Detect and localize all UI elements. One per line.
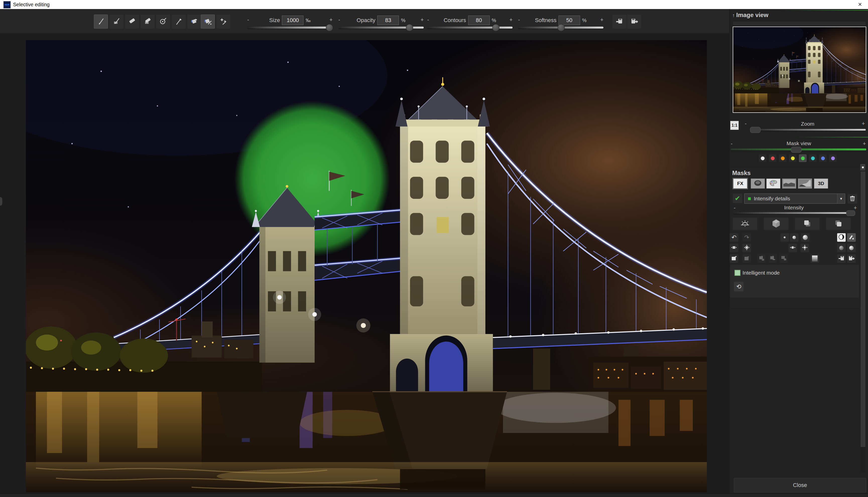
opacity-slider-thumb[interactable]: [406, 24, 413, 31]
mask-color-green[interactable]: [799, 155, 807, 162]
save-mask-button[interactable]: [847, 254, 856, 263]
grow-mask-icon: [789, 244, 796, 252]
mask-color-teal[interactable]: [809, 155, 816, 162]
scrollbar-up-button[interactable]: [860, 164, 865, 171]
contours-plus[interactable]: +: [509, 17, 512, 23]
brush-size-small-button[interactable]: [781, 233, 789, 242]
mask-tab-fx[interactable]: FX: [733, 179, 747, 188]
shrink-mask-vertical-button[interactable]: [743, 244, 751, 252]
mask-tab-palette[interactable]: [766, 179, 781, 188]
cube-target-button[interactable]: [764, 218, 788, 230]
copy-mask-variant-4-button[interactable]: [768, 254, 777, 263]
smart-eraser-tool-button[interactable]: [140, 15, 155, 29]
size-slider-thumb[interactable]: [326, 24, 333, 31]
size-slider-track[interactable]: [247, 27, 333, 29]
load-mask-button[interactable]: [837, 254, 846, 263]
softness-slider-thumb[interactable]: [557, 24, 565, 31]
load-mask-toolbar-button[interactable]: [612, 15, 626, 29]
shrink-mask-alt-icon: [744, 244, 750, 252]
magic-eraser-tool-button[interactable]: [216, 15, 231, 29]
undo-button[interactable]: ↶: [730, 233, 738, 242]
mask-paint-mode-button[interactable]: [847, 233, 856, 242]
editing-canvas[interactable]: [26, 40, 707, 492]
zoom-plus[interactable]: +: [862, 120, 865, 127]
mask-tab-lens[interactable]: [751, 179, 765, 188]
navigator-thumbnail[interactable]: [733, 27, 866, 113]
brush-size-large-button[interactable]: [801, 233, 810, 242]
redo-button[interactable]: ↷: [743, 233, 751, 242]
window-close-icon[interactable]: ×: [855, 0, 865, 9]
opacity-plus[interactable]: +: [421, 17, 424, 23]
zoom-slider-thumb[interactable]: [750, 127, 760, 133]
zoom-1to1-button[interactable]: 1:1: [730, 121, 739, 130]
size-plus[interactable]: +: [329, 17, 333, 23]
softness-value[interactable]: 50: [559, 16, 580, 25]
shrink-mask-button[interactable]: [730, 244, 738, 252]
eyedropper-tool-button[interactable]: [172, 15, 186, 29]
save-mask-toolbar-button[interactable]: [627, 15, 641, 29]
mask-color-orange[interactable]: [779, 155, 786, 162]
intensity-slider-thumb[interactable]: [846, 210, 855, 216]
soften-mask-button[interactable]: [837, 244, 846, 252]
eraser-tool-button[interactable]: [125, 15, 139, 29]
yellow-dot-icon: [791, 156, 795, 160]
relight-target-button[interactable]: [733, 218, 757, 230]
left-panel-handle[interactable]: [0, 197, 2, 205]
mask-color-yellow[interactable]: [789, 155, 797, 162]
refresh-button[interactable]: ⟲: [734, 282, 744, 292]
masks-scrollbar[interactable]: [860, 164, 865, 472]
mask-preset-dropdown[interactable]: Intensify details ▼: [744, 194, 845, 204]
mask-color-blue[interactable]: [819, 155, 827, 162]
mask-tab-landscape[interactable]: [782, 179, 796, 188]
mask-color-purple[interactable]: [829, 155, 837, 162]
copy-mask-variant-3-button[interactable]: [757, 254, 766, 263]
mask-color-red[interactable]: [769, 155, 776, 162]
app-window: HDR Selective editing ×: [0, 0, 868, 497]
brush-tool-button[interactable]: [94, 15, 108, 29]
mask-tab-3d[interactable]: 3D: [814, 179, 828, 188]
mask-view-slider-thumb[interactable]: [791, 147, 801, 153]
round-brush-tool-button[interactable]: [156, 15, 170, 29]
size-slider-group: - Size 1000 ‰ +: [247, 9, 333, 33]
brush-icon: [96, 16, 106, 27]
mask-enabled-check-button[interactable]: ✔: [733, 194, 742, 203]
size-unit: ‰: [305, 17, 311, 23]
zoom-slider-track[interactable]: [749, 129, 866, 131]
opacity-value[interactable]: 83: [377, 16, 399, 25]
dropdown-arrow-icon[interactable]: ▼: [837, 194, 845, 203]
mask-tab-curves[interactable]: [798, 179, 812, 188]
brush-size-medium-button[interactable]: [790, 233, 798, 242]
softness-plus[interactable]: +: [600, 17, 604, 23]
zoom-minus[interactable]: -: [745, 120, 746, 127]
fill-tool-button[interactable]: [187, 15, 201, 29]
gradient-mask-button[interactable]: [811, 254, 819, 263]
contours-slider-track[interactable]: [427, 27, 512, 29]
copy-mask-button[interactable]: [730, 254, 738, 263]
blue-dot-icon: [821, 156, 825, 160]
close-button[interactable]: Close: [734, 478, 866, 493]
size-value[interactable]: 1000: [282, 16, 303, 25]
grow-mask-all-button[interactable]: [800, 244, 809, 252]
contours-value[interactable]: 80: [468, 16, 490, 25]
mask-color-white[interactable]: [759, 155, 766, 162]
delete-mask-button[interactable]: [848, 194, 857, 204]
mask-view-plus[interactable]: +: [863, 140, 866, 147]
smart-brush-icon: [112, 16, 121, 27]
layer-back-button[interactable]: [826, 218, 851, 230]
intelligent-mode-checkbox[interactable]: [734, 270, 741, 276]
fill-bucket-icon: [190, 16, 199, 27]
intensity-slider-track[interactable]: [733, 212, 855, 214]
harden-mask-button[interactable]: [847, 244, 856, 252]
copy-mask-variant-5-button[interactable]: [780, 254, 788, 263]
scrollbar-thumb[interactable]: [861, 171, 865, 447]
invert-mask-button[interactable]: [837, 233, 846, 242]
copy-mask-variant-2-button[interactable]: [743, 254, 751, 263]
intensity-plus[interactable]: +: [854, 204, 857, 211]
contours-slider-thumb[interactable]: [492, 24, 499, 31]
smart-fill-tool-button[interactable]: [201, 15, 215, 29]
smart-brush-tool-button[interactable]: [109, 15, 124, 29]
grow-mask-button[interactable]: [788, 244, 797, 252]
layer-front-button[interactable]: [795, 218, 819, 230]
orange-dot-icon: [781, 156, 785, 160]
image-view-header[interactable]: ↑Image view: [732, 12, 768, 18]
